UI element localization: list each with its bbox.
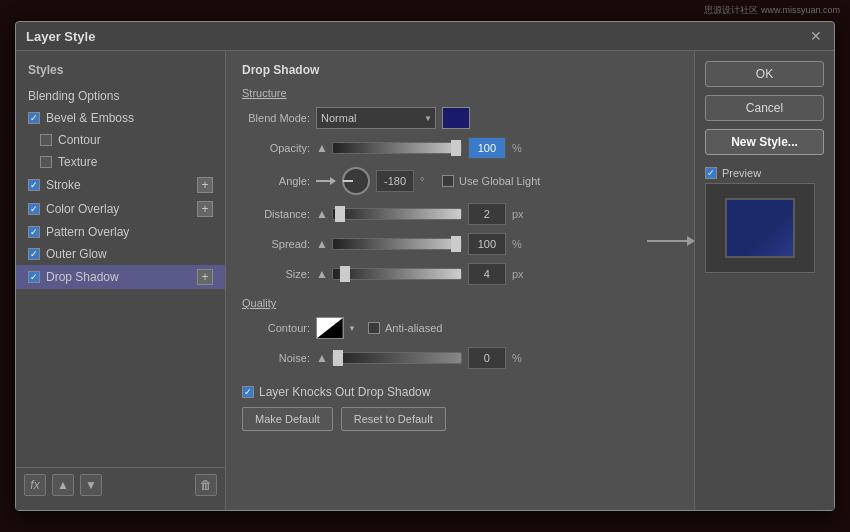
style-texture[interactable]: Texture [16, 151, 225, 173]
close-button[interactable]: ✕ [808, 28, 824, 44]
noise-label: Noise: [242, 352, 310, 364]
layer-knocks-row: Layer Knocks Out Drop Shadow [242, 385, 678, 399]
dialog-title: Layer Style [26, 29, 95, 44]
layer-knocks-checkbox[interactable] [242, 386, 254, 398]
anti-aliased-checkbox[interactable] [368, 322, 380, 334]
stroke-add-button[interactable]: + [197, 177, 213, 193]
size-slider-wrapper: ▲ [316, 267, 462, 281]
opacity-slider-arrow[interactable]: ▲ [316, 141, 328, 155]
move-up-button[interactable]: ▲ [52, 474, 74, 496]
move-down-button[interactable]: ▼ [80, 474, 102, 496]
pattern-overlay-label: Pattern Overlay [46, 225, 129, 239]
quality-section: Quality Contour: [242, 297, 678, 369]
opacity-slider-thumb[interactable] [451, 140, 461, 156]
outer-glow-checkbox[interactable] [28, 248, 40, 260]
contour-checkbox[interactable] [40, 134, 52, 146]
drop-shadow-checkbox[interactable] [28, 271, 40, 283]
distance-slider-wrapper: ▲ [316, 207, 462, 221]
angle-dial[interactable] [342, 167, 370, 195]
color-overlay-add-button[interactable]: + [197, 201, 213, 217]
delete-button[interactable]: 🗑 [195, 474, 217, 496]
contour-thumbnail[interactable] [316, 317, 344, 339]
svg-marker-1 [330, 177, 336, 185]
style-color-overlay[interactable]: Color Overlay + [16, 197, 225, 221]
style-bevel-emboss[interactable]: Bevel & Emboss [16, 107, 225, 129]
styles-list: Blending Options Bevel & Emboss Contour … [16, 85, 225, 467]
spread-label: Spread: [242, 238, 310, 250]
drop-shadow-add-button[interactable]: + [197, 269, 213, 285]
distance-slider-track[interactable] [332, 208, 462, 220]
anti-aliased-text: Anti-aliased [385, 322, 442, 334]
texture-checkbox[interactable] [40, 156, 52, 168]
styles-header: Styles [16, 59, 225, 85]
preview-label-row: Preview [705, 167, 824, 179]
angle-input[interactable] [376, 170, 414, 192]
style-outer-glow[interactable]: Outer Glow [16, 243, 225, 265]
style-pattern-overlay[interactable]: Pattern Overlay [16, 221, 225, 243]
structure-title: Structure [242, 87, 678, 99]
distance-slider-arrow[interactable]: ▲ [316, 207, 328, 221]
pattern-overlay-checkbox[interactable] [28, 226, 40, 238]
opacity-input[interactable] [468, 137, 506, 159]
size-slider-track[interactable] [332, 268, 462, 280]
right-panel: OK Cancel New Style... Preview [694, 51, 834, 510]
contour-label: Contour: [242, 322, 310, 334]
opacity-slider-track[interactable] [332, 142, 462, 154]
bevel-emboss-checkbox[interactable] [28, 112, 40, 124]
new-style-button[interactable]: New Style... [705, 129, 824, 155]
contour-dropdown-arrow[interactable]: ▼ [348, 324, 356, 333]
bevel-emboss-label: Bevel & Emboss [46, 111, 134, 125]
preview-checkbox[interactable] [705, 167, 717, 179]
preview-square [725, 198, 795, 258]
spread-slider-wrapper: ▲ [316, 237, 462, 251]
noise-slider-track[interactable] [332, 352, 462, 364]
fx-button[interactable]: fx [24, 474, 46, 496]
quality-title: Quality [242, 297, 678, 309]
texture-label: Texture [58, 155, 97, 169]
use-global-light-label[interactable]: Use Global Light [442, 175, 540, 187]
size-slider-thumb[interactable] [340, 266, 350, 282]
color-overlay-checkbox[interactable] [28, 203, 40, 215]
title-bar: Layer Style ✕ [16, 22, 834, 51]
style-blending-options[interactable]: Blending Options [16, 85, 225, 107]
drop-shadow-title: Drop Shadow [242, 63, 678, 77]
size-slider-arrow[interactable]: ▲ [316, 267, 328, 281]
styles-bottom: fx ▲ ▼ 🗑 [16, 467, 225, 502]
angle-unit: ° [420, 175, 436, 187]
main-bottom: Layer Knocks Out Drop Shadow Make Defaul… [242, 385, 678, 431]
ok-button[interactable]: OK [705, 61, 824, 87]
make-default-button[interactable]: Make Default [242, 407, 333, 431]
spread-slider-thumb[interactable] [451, 236, 461, 252]
blend-color-swatch[interactable] [442, 107, 470, 129]
style-drop-shadow[interactable]: Drop Shadow + [16, 265, 225, 289]
distance-slider-thumb[interactable] [335, 206, 345, 222]
stroke-checkbox[interactable] [28, 179, 40, 191]
noise-input[interactable] [468, 347, 506, 369]
reset-to-default-button[interactable]: Reset to Default [341, 407, 446, 431]
distance-label: Distance: [242, 208, 310, 220]
opacity-unit: % [512, 142, 528, 154]
use-global-light-checkbox[interactable] [442, 175, 454, 187]
spread-slider-arrow[interactable]: ▲ [316, 237, 328, 251]
color-overlay-label: Color Overlay [46, 202, 119, 216]
arrow-indicator [647, 236, 695, 246]
blend-mode-select[interactable]: Normal Multiply Screen Overlay [316, 107, 436, 129]
angle-row: Angle: ° [242, 167, 678, 195]
style-stroke[interactable]: Stroke + [16, 173, 225, 197]
noise-slider-arrow[interactable]: ▲ [316, 351, 328, 365]
style-contour[interactable]: Contour [16, 129, 225, 151]
size-input[interactable] [468, 263, 506, 285]
watermark: 思源设计社区 www.missyuan.com [704, 4, 840, 17]
spread-input[interactable] [468, 233, 506, 255]
spread-unit: % [512, 238, 528, 250]
noise-slider-thumb[interactable] [333, 350, 343, 366]
styles-panel: Styles Blending Options Bevel & Emboss C… [16, 51, 226, 510]
layer-style-dialog: Layer Style ✕ Styles Blending Options Be… [15, 21, 835, 511]
blend-mode-wrapper: Normal Multiply Screen Overlay [316, 107, 470, 129]
use-global-light-text: Use Global Light [459, 175, 540, 187]
anti-aliased-label[interactable]: Anti-aliased [368, 322, 442, 334]
distance-input[interactable] [468, 203, 506, 225]
main-content: Drop Shadow Structure Blend Mode: Normal… [226, 51, 694, 510]
spread-slider-track[interactable] [332, 238, 462, 250]
cancel-button[interactable]: Cancel [705, 95, 824, 121]
